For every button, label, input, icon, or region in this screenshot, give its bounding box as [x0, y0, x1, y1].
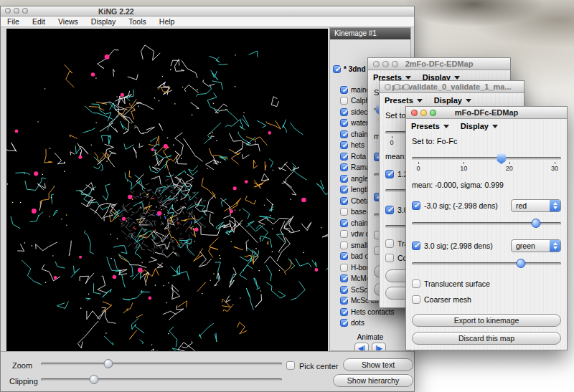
window-controls: [5, 8, 28, 14]
minimize-button[interactable]: [394, 84, 400, 90]
display-menu[interactable]: Display: [461, 122, 498, 130]
map-level-slider[interactable]: [412, 153, 561, 164]
menu-tools[interactable]: Tools: [122, 17, 153, 26]
zoom-button[interactable]: [22, 8, 28, 14]
clipping-slider-track[interactable]: [41, 378, 282, 381]
panel-item-checkbox[interactable]: [340, 208, 348, 216]
presets-menu[interactable]: Presets: [385, 96, 423, 105]
panel-item-checkbox[interactable]: [340, 108, 348, 116]
window-titlebar[interactable]: 2mFo-DFc-EDMap: [368, 58, 510, 70]
panel-item-checkbox[interactable]: [340, 252, 348, 260]
map-window-2: mFo-DFc-EDMapPresetsDisplaySet to: Fo-Fc…: [405, 106, 568, 350]
menu-help[interactable]: Help: [153, 17, 182, 26]
king-main-window: KiNG 2.22 FileEditViewsDisplayToolsHelp …: [0, 6, 415, 392]
window-titlebar[interactable]: mFo-DFc-EDMap: [406, 107, 567, 119]
coarser-mesh-checkbox[interactable]: [385, 254, 394, 262]
minimize-button[interactable]: [420, 110, 427, 116]
minimize-button[interactable]: [14, 8, 19, 14]
panel-item-checkbox[interactable]: [340, 297, 348, 305]
king-titlebar[interactable]: KiNG 2.22: [1, 6, 414, 16]
high-contour-checkbox[interactable]: [385, 206, 394, 214]
panel-item-checkbox[interactable]: [340, 97, 348, 105]
zoom-button[interactable]: [403, 84, 410, 90]
translucent-checkbox[interactable]: [412, 279, 420, 288]
zoom-slider[interactable]: [41, 358, 282, 370]
panel-item-checkbox[interactable]: [333, 65, 341, 73]
panel-item-checkbox[interactable]: [340, 141, 348, 149]
chevron-down-icon: [405, 76, 411, 80]
low-color-dropdown[interactable]: red: [511, 199, 561, 212]
dropdown-arrows-icon: [550, 200, 560, 211]
close-button[interactable]: [385, 84, 391, 90]
high-contour-slider[interactable]: [412, 258, 561, 269]
desktop-background: KiNG 2.22 FileEditViewsDisplayToolsHelp …: [0, 0, 574, 392]
animate-prev-button[interactable]: ◀|: [354, 343, 369, 352]
panel-item-checkbox[interactable]: [340, 242, 348, 249]
show-text-button[interactable]: Show text: [343, 358, 413, 371]
menu-views[interactable]: Views: [52, 17, 85, 26]
close-button[interactable]: [373, 61, 380, 67]
animate-label: Animate: [330, 333, 410, 341]
panel-item-checkbox[interactable]: [340, 119, 348, 127]
close-button[interactable]: [5, 8, 11, 14]
panel-item[interactable]: dots: [330, 317, 410, 329]
panel-item-checkbox[interactable]: [340, 175, 348, 183]
translucent-row: Translucent surface: [412, 279, 561, 288]
minimize-button[interactable]: [382, 61, 389, 67]
clipping-slider-thumb[interactable]: [89, 375, 98, 384]
low-contour-checkbox[interactable]: [412, 201, 420, 210]
presets-menu[interactable]: Presets: [411, 122, 449, 130]
low-contour-slider[interactable]: [412, 218, 561, 229]
map-menubar: PresetsDisplay: [406, 119, 567, 133]
kinemage-selector[interactable]: Kinemage #1: [330, 28, 410, 39]
high-color-dropdown[interactable]: green: [511, 239, 561, 252]
show-hierarchy-button[interactable]: Show hierarchy: [333, 374, 413, 387]
panel-item-checkbox[interactable]: [340, 86, 348, 94]
export-to-kinemage-button[interactable]: Export to kinemage: [412, 314, 561, 327]
panel-item-checkbox[interactable]: [340, 130, 348, 138]
panel-item-checkbox[interactable]: [340, 308, 348, 316]
zoom-button[interactable]: [430, 110, 436, 116]
animate-controls: ◀| |▶: [330, 343, 410, 352]
translucent-checkbox[interactable]: [385, 239, 394, 248]
panel-item-checkbox[interactable]: [340, 219, 348, 227]
kinemage-canvas[interactable]: [6, 29, 328, 351]
panel-item-checkbox[interactable]: [340, 274, 348, 282]
panel-item-checkbox[interactable]: [340, 163, 348, 171]
panel-item-checkbox[interactable]: [340, 264, 348, 272]
low-contour-checkbox[interactable]: [385, 170, 394, 178]
map-window-body: Set to: Fo-Fc0102030mean: -0.000, sigma:…: [406, 133, 567, 345]
clipping-label: Clipping: [9, 377, 38, 386]
panel-item-checkbox[interactable]: [340, 230, 348, 238]
panel-item-checkbox[interactable]: [340, 153, 348, 161]
window-controls: [385, 84, 410, 90]
animate-next-button[interactable]: |▶: [372, 343, 386, 352]
discard-map-button[interactable]: Discard this map: [412, 332, 561, 345]
close-button[interactable]: [411, 110, 418, 116]
map-level-slider-thumb[interactable]: [497, 153, 506, 164]
low-contour-slider-thumb[interactable]: [531, 219, 540, 228]
display-menu[interactable]: Display: [434, 96, 471, 105]
pick-center-checkbox[interactable]: [286, 361, 295, 370]
high-contour-checkbox[interactable]: [412, 242, 420, 250]
window-title: pka-validate_0_validate_1_ma...: [392, 82, 511, 91]
zoom-slider-thumb[interactable]: [104, 359, 113, 368]
dropdown-arrows-icon: [550, 240, 560, 252]
high-contour-slider-thumb[interactable]: [516, 259, 525, 268]
map-menubar: PresetsDisplay: [380, 93, 524, 107]
panel-item-checkbox[interactable]: [340, 286, 348, 294]
menu-file[interactable]: File: [1, 17, 26, 26]
coarser-mesh-checkbox[interactable]: [412, 295, 420, 304]
panel-item-checkbox[interactable]: [340, 197, 348, 205]
zoom-button[interactable]: [392, 61, 398, 67]
zoom-slider-track[interactable]: [41, 363, 282, 365]
panel-item-checkbox[interactable]: [340, 186, 348, 193]
set-to-label: Set to: Fo-Fc: [412, 137, 561, 145]
menu-edit[interactable]: Edit: [26, 17, 52, 26]
menu-display[interactable]: Display: [85, 17, 122, 26]
window-controls: [411, 110, 436, 116]
chevron-down-icon: [492, 125, 498, 128]
window-titlebar[interactable]: pka-validate_0_validate_1_ma...: [380, 81, 524, 93]
panel-item-checkbox[interactable]: [340, 319, 348, 327]
clipping-slider[interactable]: [41, 374, 282, 386]
